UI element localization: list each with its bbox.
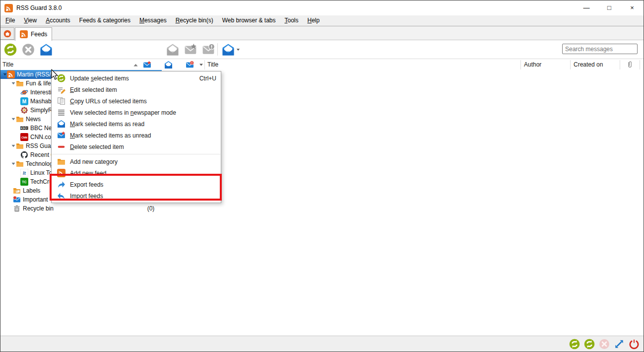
feed-label: Fun & life <box>26 79 51 88</box>
panel-splitter[interactable] <box>204 60 205 70</box>
switch-message-importance-button[interactable] <box>201 43 215 56</box>
window-title: RSS Guard 3.8.0 <box>16 4 62 11</box>
menu-item-delete-selected-item[interactable]: Delete selected item <box>52 141 221 152</box>
menubar-item-recycle-bin-s[interactable]: Recycle bin(s) <box>171 15 218 26</box>
created-on-column-header[interactable]: Created on <box>574 61 603 68</box>
unread-count-column-icon[interactable] <box>143 61 151 69</box>
refresh-icon <box>4 43 17 56</box>
menu-item-update-selected-items[interactable]: Update selected itemsCtrl+U <box>52 72 221 84</box>
maximize-button[interactable]: □ <box>598 0 621 15</box>
feed-count: (0) <box>143 204 158 213</box>
author-column-header[interactable]: Author <box>524 61 541 68</box>
menu-item-mark-selected-items-as-unread[interactable]: Mark selected items as unread <box>52 130 221 141</box>
feed-label: Important <box>23 195 48 204</box>
tab-strip: Feeds <box>0 26 644 40</box>
copy-icon <box>57 97 65 105</box>
rss-icon <box>57 169 65 177</box>
column-divider[interactable] <box>570 60 571 70</box>
folder-icon <box>16 160 24 168</box>
importA-icon <box>57 192 65 200</box>
messages-title-column-header[interactable]: Title <box>207 61 218 68</box>
tab-feeds[interactable]: Feeds <box>15 27 52 41</box>
main-toolbar <box>0 40 644 59</box>
menubar-item-messages[interactable]: Messages <box>135 15 171 26</box>
svg-text:B: B <box>20 127 22 130</box>
svg-text:CNN: CNN <box>21 136 27 139</box>
toolbar-separator <box>217 43 218 56</box>
menu-item-label: Edit selected item <box>70 86 216 93</box>
svg-text:M: M <box>22 99 26 104</box>
menu-item-add-new-feed[interactable]: Add new feed <box>52 167 221 179</box>
feed-label: Martin (RSS/R <box>17 70 55 79</box>
svg-text:B: B <box>23 127 25 130</box>
power-icon <box>629 339 640 350</box>
update-selected-feeds-button[interactable] <box>569 338 580 350</box>
trash-icon <box>13 205 21 212</box>
menubar-item-tools[interactable]: Tools <box>280 15 303 26</box>
delete-icon <box>57 142 65 151</box>
update-all-feeds-button[interactable] <box>583 338 595 350</box>
toggle-fullscreen-button[interactable] <box>613 338 625 350</box>
menu-item-label: Mark selected items as unread <box>70 132 216 139</box>
globe-icon <box>20 88 28 96</box>
menu-item-view-selected-items-in-newspaper-mode[interactable]: View selected items in newspaper mode <box>52 107 221 118</box>
menubar-item-web-browser-tabs[interactable]: Web browser & tabs <box>218 15 280 26</box>
envStarGray-icon <box>184 43 197 56</box>
cancelFaded-icon <box>599 339 610 350</box>
envStar-icon <box>57 131 65 140</box>
folder-icon <box>16 142 24 150</box>
home-icon <box>3 30 11 38</box>
menu-item-import-feeds[interactable]: Import feeds <box>52 190 221 202</box>
stop-running-update-button[interactable] <box>21 43 35 56</box>
caret-down-icon[interactable] <box>236 47 241 52</box>
tab-home[interactable] <box>0 27 14 40</box>
refresh-icon <box>57 74 65 82</box>
feed-label: Recycle bin <box>23 204 54 213</box>
menubar-item-view[interactable]: View <box>19 15 41 26</box>
menu-separator <box>52 154 220 154</box>
read-count-column-icon[interactable] <box>164 61 173 69</box>
menubar-item-accounts[interactable]: Accounts <box>41 15 74 26</box>
update-all-feeds-button[interactable] <box>3 43 17 56</box>
menu-item-label: Copy URLs of selected items <box>70 98 216 105</box>
folder-icon <box>16 79 24 87</box>
menu-item-label: Delete selected item <box>70 143 216 150</box>
minimize-button[interactable]: — <box>575 0 598 15</box>
stop-update-button[interactable] <box>598 338 610 350</box>
exportA-icon <box>57 180 65 189</box>
menubar-item-file[interactable]: File <box>1 15 19 26</box>
attachment-column-icon[interactable] <box>626 61 634 69</box>
refresh-icon <box>569 339 580 350</box>
mark-selected-messages-unread-button[interactable] <box>184 43 197 56</box>
menubar-item-feeds-categories[interactable]: Feeds & categories <box>75 15 135 26</box>
search-input[interactable] <box>562 44 638 54</box>
column-divider[interactable] <box>620 60 620 70</box>
menu-item-copy-urls-of-selected-items[interactable]: Copy URLs of selected items <box>52 95 221 107</box>
mark-selected-messages-read-button[interactable] <box>166 43 179 56</box>
bbc-icon: BBC <box>20 124 28 132</box>
menu-item-edit-selected-item[interactable]: Edit selected item <box>52 84 221 95</box>
menu-item-mark-selected-items-as-read[interactable]: Mark selected items as read <box>52 118 221 130</box>
menu-item-label: View selected items in newspaper mode <box>70 109 216 116</box>
github-icon <box>20 151 28 159</box>
feed-label: Labels <box>23 186 40 195</box>
menubar-item-help[interactable]: Help <box>303 15 324 26</box>
close-button[interactable]: × <box>621 0 644 15</box>
menu-item-label: Mark selected items as read <box>70 121 216 128</box>
header-dropdown-icon[interactable] <box>198 62 204 68</box>
column-divider[interactable] <box>520 60 521 70</box>
quit-application-button[interactable] <box>628 338 640 350</box>
important-count-column-icon[interactable] <box>186 61 194 69</box>
mark-all-messages-read-button[interactable] <box>39 43 53 56</box>
menu-item-add-new-category[interactable]: Add new category <box>52 156 221 167</box>
mark-message-read-button[interactable] <box>221 43 241 56</box>
menu-item-export-feeds[interactable]: Export feeds <box>52 179 221 190</box>
feed-context-menu: Update selected itemsCtrl+UEdit selected… <box>51 71 221 203</box>
feeds-title-column-header[interactable]: Title <box>2 61 13 68</box>
feed-row-recycle-bin[interactable]: Recycle bin(0) <box>0 204 204 213</box>
svg-text:lt: lt <box>23 170 26 176</box>
important-icon <box>13 196 21 204</box>
menu-item-label: Add new category <box>70 158 216 165</box>
techcrunch-icon: TC <box>20 178 28 186</box>
window-controls: — □ × <box>575 0 644 15</box>
